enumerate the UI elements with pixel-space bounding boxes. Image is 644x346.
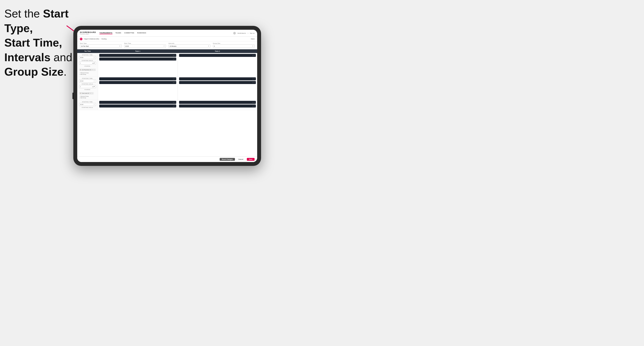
group-size-group: Group Size 3 ▼ [213, 43, 255, 48]
starting-hole-label-2: STARTING HOLE: [79, 83, 96, 85]
nav-committee[interactable]: COMMITTEE [124, 32, 134, 34]
tablet-frame: SCOREBOARD Powered by clipp.d TOURNAMENT… [73, 26, 261, 166]
course-tag-2: 🏌 East Lake GC ✕ ✎ [79, 92, 94, 94]
player-refresh-icon[interactable]: ↻ [254, 78, 255, 79]
logo-area: SCOREBOARD Powered by clipp.d [80, 31, 96, 35]
user-email: blair@clippd.io [238, 32, 246, 34]
back-button[interactable]: Back [250, 38, 254, 40]
player-remove-icon[interactable]: ✕ [252, 82, 254, 83]
course-name-2: East Lake GC [82, 93, 89, 94]
player-refresh-icon[interactable]: ↻ [174, 55, 176, 56]
th-tee-time: Tee Time [77, 49, 98, 53]
group-actions-1: ○ Remove Group + Add Group [79, 72, 96, 75]
start-type-value: 1st Tee Start [81, 45, 89, 47]
reset-changes-button[interactable]: Reset Changes [220, 158, 235, 161]
player-refresh-icon[interactable]: ↻ [254, 105, 255, 107]
th-team2: Team 2 [178, 49, 257, 53]
table-row: STARTING TIME: 10:20 ⏱ STARTING HOLE: ✕ … [77, 100, 257, 110]
player-remove-icon[interactable]: ✕ [252, 78, 254, 80]
player-refresh-icon[interactable]: ↻ [174, 102, 176, 103]
player-refresh-icon[interactable]: ↻ [174, 78, 176, 79]
player-row: ✕ ↻ [179, 54, 256, 57]
player-refresh-icon[interactable]: ↻ [254, 82, 255, 83]
brand-logo: C [80, 38, 82, 40]
course-remove-2[interactable]: ✕ [90, 93, 91, 94]
instruction-block: Set the Start Type, Start Time, Interval… [4, 6, 73, 79]
start-type-select[interactable]: 1st Tee Start ▼ [80, 44, 122, 48]
player-remove-icon[interactable]: ✕ [252, 55, 254, 56]
starting-time-input-2[interactable]: 10:10 ⏱ [79, 79, 96, 83]
clock-icon-1: ⏱ [94, 57, 95, 58]
group-size-select[interactable]: 3 ▼ [213, 44, 255, 48]
group-actions-2: ○ Remove Group + Add Group [79, 96, 96, 98]
player-row: ✕ ↻ [99, 101, 176, 104]
start-time-select[interactable]: 10:00 ⏱ [124, 44, 166, 48]
nav-rankings[interactable]: RANKINGS [137, 32, 146, 34]
start-type-label: Start Type [80, 43, 122, 44]
starting-hole-input-2[interactable]: 1 ▲▼ [79, 85, 96, 88]
player-refresh-icon[interactable]: ↻ [254, 102, 255, 103]
remove-group-btn-1[interactable]: ○ Remove Group [79, 72, 96, 73]
save-button[interactable]: Save [247, 158, 254, 161]
player-refresh-icon[interactable]: ↻ [174, 58, 176, 60]
team1-col-1: ✕ ↻ ✕ ↻ [98, 53, 178, 76]
breadcrumb-section: Hosting [102, 38, 106, 40]
intervals-select[interactable]: 10 Minutes ▼ [168, 44, 210, 48]
course-remove-1[interactable]: ✕ [92, 69, 93, 70]
breadcrumb-tournament[interactable]: Clippd Invitational (Me) [84, 38, 99, 40]
player-row: ✕ ↻ [99, 105, 176, 108]
group-left-3: STARTING TIME: 10:20 ⏱ STARTING HOLE: [77, 100, 98, 110]
add-group-btn-1[interactable]: + Add Group [79, 74, 96, 75]
player-remove-icon[interactable]: ✕ [173, 105, 174, 107]
player-remove-icon[interactable]: ✕ [173, 58, 174, 60]
player-row: ✕ ↻ [179, 81, 256, 84]
group-teams-2: ✕ ↻ ✕ ↻ ✕ ↻ ✕ [98, 76, 257, 100]
sign-out-text[interactable]: Sign out [250, 32, 254, 34]
team2-col-3: ✕ ↻ ✕ ↻ [178, 100, 258, 110]
player-refresh-icon[interactable]: ↻ [174, 82, 176, 83]
start-time-chevron: ⏱ [164, 45, 165, 47]
side-notch [72, 93, 73, 99]
player-remove-icon[interactable]: ✕ [173, 82, 174, 83]
team1-col-3: ✕ ↻ ✕ ↻ [98, 100, 178, 110]
sign-out-link[interactable]: | [248, 32, 248, 34]
player-remove-icon[interactable]: ✕ [173, 55, 174, 56]
add-group-btn-2[interactable]: + Add Group [79, 97, 96, 98]
player-refresh-icon[interactable]: ↻ [174, 105, 176, 107]
starting-hole-label-3: STARTING HOLE: [79, 107, 96, 108]
table-row: STARTING TIME: 10:10 ⏱ STARTING HOLE: 1 … [77, 76, 257, 100]
start-time-label: Start Time [124, 43, 166, 44]
nav-teams[interactable]: TEAMS [116, 32, 121, 34]
course-edit-1[interactable]: ✎ [94, 69, 95, 70]
starting-time-label-1: STARTING TIME: [79, 54, 96, 56]
player-remove-icon[interactable]: ✕ [173, 78, 174, 80]
footer-bar: Reset Changes Cancel Save [77, 157, 257, 162]
intervals-group: Intervals 10 Minutes ▼ [168, 43, 210, 48]
intervals-chevron: ▼ [208, 45, 209, 47]
intervals-label: Intervals [168, 43, 210, 44]
player-remove-icon[interactable]: ✕ [173, 102, 174, 103]
breadcrumb-bar: C Clippd Invitational (Me) › Hosting Bac… [77, 37, 257, 41]
cancel-button[interactable]: Cancel [236, 158, 246, 161]
clock-icon-2: ⏱ [94, 80, 95, 82]
player-row: ✕ ↻ [99, 77, 176, 80]
group-teams-1: ✕ ↻ ✕ ↻ ✕ ↻ [98, 53, 257, 76]
start-type-chevron: ▼ [119, 45, 120, 47]
group-size-label: Group Size [213, 43, 255, 44]
logo-text: SCOREBOARD [80, 31, 96, 33]
remove-group-btn-2[interactable]: ○ Remove Group [79, 96, 96, 97]
user-avatar [233, 32, 236, 34]
group-left-1: STARTING TIME: 10:00 ⏱ STARTING HOLE: 1 … [77, 53, 98, 76]
table-row: STARTING TIME: 10:00 ⏱ STARTING HOLE: 1 … [77, 53, 257, 76]
course-name-1: (A) Peachtree GC [82, 69, 92, 70]
start-time-group: Start Time 10:00 ⏱ [124, 43, 166, 48]
player-refresh-icon[interactable]: ↻ [254, 55, 255, 56]
course-edit-2[interactable]: ✎ [92, 93, 92, 94]
player-remove-icon[interactable]: ✕ [252, 105, 254, 107]
tablet-screen: SCOREBOARD Powered by clipp.d TOURNAMENT… [77, 30, 257, 162]
starting-time-input-1[interactable]: 10:00 ⏱ [79, 56, 96, 59]
player-remove-icon[interactable]: ✕ [252, 102, 254, 103]
nav-tournaments[interactable]: TOURNAMENTS [100, 32, 112, 34]
starting-time-input-3[interactable]: 10:20 ⏱ [79, 103, 96, 106]
starting-hole-input-1[interactable]: 1 ▲▼ [79, 62, 96, 65]
